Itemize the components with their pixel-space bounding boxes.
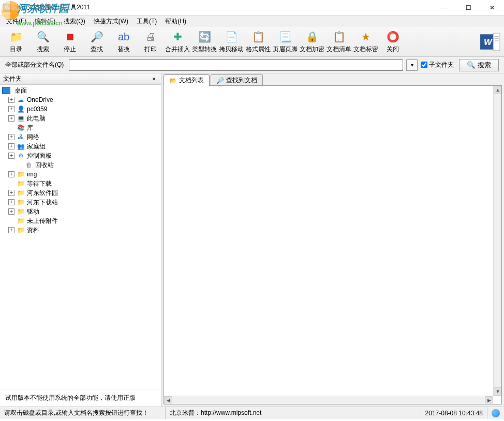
main-area: 文件夹 × 桌面 +☁OneDrive+👤pc0359+💻此电脑📚库+🖧网络+👥… — [0, 73, 504, 407]
header-footer-icon: 📃 — [278, 29, 292, 44]
tree-item-河东软件园[interactable]: +📁河东软件园 — [0, 188, 161, 198]
doc-list-label: 文档清单 — [327, 45, 351, 54]
format-attr-button[interactable]: 📋格式属性 — [245, 28, 271, 55]
directory-button[interactable]: 📁目录 — [3, 28, 29, 55]
item-label: 网络 — [27, 133, 39, 142]
type-convert-button[interactable]: 🔄类型转换 — [191, 28, 217, 55]
search-icon: 🔍 — [36, 29, 50, 44]
trial-notice: 试用版本不能使用系统的全部功能，请使用正版 — [0, 389, 161, 407]
item-icon: 🗑 — [25, 161, 33, 169]
tab-label: 文档列表 — [179, 76, 204, 85]
stop-icon: ⏹ — [63, 29, 77, 44]
item-label: 河东软件园 — [27, 189, 58, 198]
close-button[interactable]: ⭕关闭 — [380, 28, 406, 55]
item-label: 资料 — [27, 226, 39, 235]
item-icon: 📁 — [17, 198, 25, 206]
menu-help[interactable]: 帮助(H) — [161, 16, 190, 27]
tree-root-desktop[interactable]: 桌面 — [0, 86, 161, 95]
document-list-area[interactable]: ▲ ▼ ◀ ▶ — [164, 85, 502, 404]
item-icon: 📁 — [17, 217, 25, 225]
doc-list-button[interactable]: 📋文档清单 — [326, 28, 352, 55]
item-icon: ☁ — [17, 96, 25, 104]
searchbar: 全部或部分文件名(Q) ▾ 子文件夹 🔍 搜索 — [0, 57, 504, 73]
menu-shortcut[interactable]: 快捷方式(W) — [90, 16, 132, 27]
scroll-down-icon[interactable]: ▼ — [494, 387, 502, 396]
item-label: 等待下载 — [27, 179, 52, 188]
expand-icon[interactable]: + — [8, 227, 14, 233]
search-button[interactable]: 🔍 搜索 — [459, 59, 499, 71]
menu-search[interactable]: 搜索(Q) — [60, 16, 89, 27]
print-button[interactable]: 🖨打印 — [138, 28, 164, 55]
tree-item-网络[interactable]: +🖧网络 — [0, 132, 161, 142]
item-label: img — [27, 171, 37, 178]
pane-close-icon[interactable]: × — [150, 76, 158, 83]
expand-icon[interactable]: + — [8, 153, 14, 159]
scroll-left-icon[interactable]: ◀ — [164, 396, 172, 404]
tree-item-此电脑[interactable]: +💻此电脑 — [0, 114, 161, 123]
search-label: 搜索 — [37, 45, 49, 54]
tree-item-资料[interactable]: +📁资料 — [0, 225, 161, 235]
header-footer-label: 页眉页脚 — [273, 45, 298, 54]
stop-button[interactable]: ⏹停止 — [57, 28, 83, 55]
header-footer-button[interactable]: 📃页眉页脚 — [272, 28, 298, 55]
item-icon: 🖧 — [17, 133, 25, 141]
doc-secret-label: 文档标密 — [353, 45, 378, 54]
item-icon: 📁 — [17, 170, 25, 178]
tree-item-回收站[interactable]: 🗑回收站 — [0, 160, 161, 170]
merge-insert-button[interactable]: ✚合并插入 — [165, 28, 190, 55]
tree-item-未上传附件[interactable]: 📁未上传附件 — [0, 216, 161, 225]
search-button[interactable]: 🔍搜索 — [30, 28, 56, 55]
print-label: 打印 — [144, 45, 157, 54]
tree-item-等待下载[interactable]: 📁等待下载 — [0, 179, 161, 188]
doc-list-tab[interactable]: 📂文档列表 — [164, 74, 210, 86]
expand-icon[interactable]: + — [8, 106, 14, 112]
filename-label: 全部或部分文件名(Q) — [5, 61, 64, 69]
find-button[interactable]: 🔎查找 — [84, 28, 110, 55]
replace-label: 替换 — [117, 45, 130, 54]
tree-item-pc0359[interactable]: +👤pc0359 — [0, 104, 161, 114]
tree-item-家庭组[interactable]: +👥家庭组 — [0, 142, 161, 151]
expand-icon[interactable]: + — [8, 199, 14, 205]
print-icon: 🖨 — [143, 29, 158, 44]
expand-icon[interactable]: + — [8, 208, 14, 215]
tree-item-驱动[interactable]: +📁驱动 — [0, 207, 161, 216]
find-icon: 🔎 — [90, 29, 104, 44]
doc-secret-icon: ★ — [359, 29, 373, 44]
tree-item-img[interactable]: +📁img — [0, 170, 161, 179]
subfolder-checkbox-wrap[interactable]: 子文件夹 — [421, 61, 454, 69]
expand-icon[interactable]: + — [8, 115, 14, 122]
menu-tools[interactable]: 工具(T) — [132, 16, 161, 27]
tree-item-河东下载站[interactable]: +📁河东下载站 — [0, 198, 161, 207]
minimize-button[interactable]: — — [433, 0, 456, 16]
copy-move-button[interactable]: 📄拷贝移动 — [218, 28, 244, 55]
merge-insert-icon: ✚ — [170, 29, 185, 44]
scroll-up-icon[interactable]: ▲ — [494, 86, 502, 94]
filename-input[interactable] — [69, 59, 403, 71]
item-label: 库 — [27, 124, 33, 132]
tree-item-OneDrive[interactable]: +☁OneDrive — [0, 95, 161, 104]
expand-icon[interactable]: + — [8, 134, 14, 140]
close-button[interactable]: ✕ — [480, 0, 504, 16]
format-attr-icon: 📋 — [251, 29, 265, 44]
doc-secret-button[interactable]: ★文档标密 — [353, 28, 379, 55]
tree-item-控制面板[interactable]: +⚙控制面板 — [0, 151, 161, 160]
svg-text:W: W — [484, 37, 493, 47]
horizontal-scrollbar[interactable]: ◀ ▶ — [164, 396, 493, 404]
doc-encrypt-button[interactable]: 🔒文档加密 — [299, 28, 325, 55]
menu-file[interactable]: 文件(F) — [2, 16, 31, 27]
dropdown-toggle-icon[interactable]: ▾ — [406, 59, 418, 71]
maximize-button[interactable]: ☐ — [456, 0, 480, 16]
scroll-right-icon[interactable]: ▶ — [485, 396, 493, 404]
tree-item-库[interactable]: 📚库 — [0, 123, 161, 132]
found-docs-tab[interactable]: 🔎查找到文档 — [211, 74, 263, 86]
expand-icon[interactable]: + — [8, 171, 14, 177]
expand-icon[interactable]: + — [8, 97, 14, 103]
folder-tree[interactable]: 桌面 +☁OneDrive+👤pc0359+💻此电脑📚库+🖧网络+👥家庭组+⚙控… — [0, 85, 161, 389]
expand-icon[interactable]: + — [8, 190, 14, 196]
vertical-scrollbar[interactable]: ▲ ▼ — [493, 86, 501, 396]
subfolder-checkbox[interactable] — [421, 62, 427, 68]
replace-button[interactable]: ab替换 — [111, 28, 137, 55]
svg-rect-2 — [493, 33, 500, 51]
expand-icon[interactable]: + — [8, 143, 14, 149]
menu-edit[interactable]: 编辑(E) — [31, 16, 60, 27]
